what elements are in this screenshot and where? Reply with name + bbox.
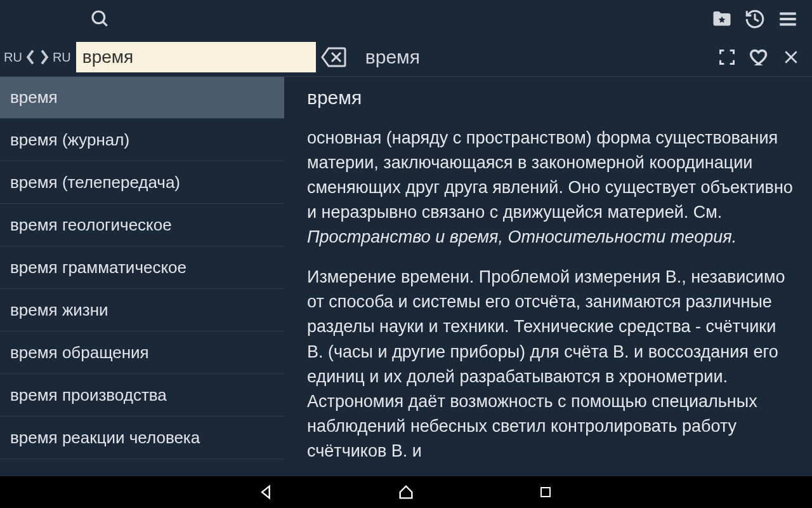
list-item[interactable]: время обращения (0, 331, 284, 374)
svg-line-1 (103, 22, 107, 26)
list-item[interactable]: время (0, 76, 284, 119)
list-item-label: время грамматическое (10, 258, 187, 277)
search-icon[interactable] (89, 8, 112, 30)
favorite-heart-icon[interactable] (749, 46, 770, 68)
fullscreen-icon[interactable] (718, 48, 736, 66)
divider (0, 76, 812, 77)
list-item[interactable]: время производства (0, 374, 284, 417)
list-item-label: время (10, 88, 58, 107)
list-item-label: время жизни (10, 300, 108, 320)
article-title: время (307, 84, 794, 112)
list-item-label: время (журнал) (10, 130, 129, 150)
home-button[interactable] (393, 479, 419, 505)
search-box (76, 42, 316, 72)
chevron-left-icon[interactable] (23, 48, 37, 67)
list-item[interactable]: время реакции человека (0, 417, 284, 459)
svg-point-0 (93, 11, 105, 23)
back-button[interactable] (254, 479, 279, 505)
menu-icon[interactable] (776, 8, 799, 30)
chevron-right-icon[interactable] (37, 48, 51, 67)
history-icon[interactable] (743, 8, 766, 30)
results-sidebar: время время (журнал) время (телепередача… (0, 76, 284, 476)
list-item[interactable]: время (телепередача) (0, 161, 284, 204)
article-paragraph: основная (наряду с пространством) форма … (307, 126, 794, 250)
list-item[interactable]: время (журнал) (0, 119, 284, 161)
source-lang[interactable]: RU (3, 50, 23, 65)
list-item-label: время обращения (10, 343, 149, 363)
list-item-label: время (телепередача) (10, 173, 180, 192)
list-item[interactable]: время грамматическое (0, 246, 284, 289)
favorites-folder-icon[interactable] (710, 8, 733, 30)
recent-apps-button[interactable] (533, 479, 558, 505)
search-bar: RU RU время (0, 38, 812, 76)
article-paragraph: Измерение времени. Проблемой измерения В… (307, 265, 794, 464)
list-item[interactable]: время жизни (0, 289, 284, 331)
list-item-label: время геологическое (10, 215, 172, 235)
svg-rect-9 (541, 488, 550, 497)
list-item-label: время производства (10, 385, 167, 405)
list-item[interactable]: время геологическое (0, 204, 284, 246)
android-navbar (0, 476, 812, 508)
top-toolbar (0, 0, 812, 38)
clear-search-button[interactable] (320, 43, 348, 71)
close-icon[interactable] (783, 49, 799, 65)
target-lang[interactable]: RU (51, 50, 72, 65)
article-panel: время основная (наряду с пространством) … (284, 76, 812, 476)
headword-title: время (365, 46, 718, 68)
list-item-label: время реакции человека (10, 428, 200, 448)
search-input[interactable] (82, 47, 310, 67)
